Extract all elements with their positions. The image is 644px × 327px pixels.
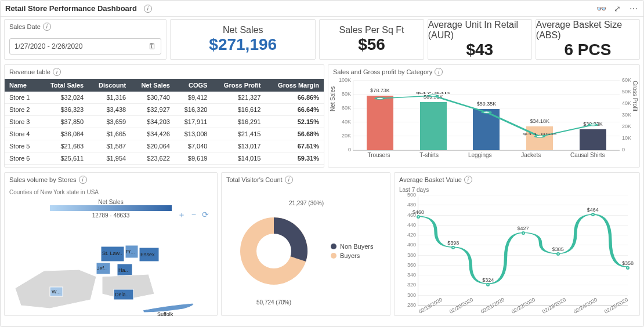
kpi-title: Net Sales — [223, 25, 263, 35]
line-point[interactable] — [451, 246, 455, 249]
line-point[interactable] — [626, 266, 629, 270]
kpi-title: Average Unit In Retail (AUR) — [428, 20, 531, 41]
table-row[interactable]: Store 4$36,084$1,665$34,426$13,008$21,41… — [5, 128, 324, 140]
info-icon[interactable]: i — [435, 68, 443, 76]
abv-subtitle: Last 7 days — [395, 187, 639, 193]
bar-jackets[interactable]: $34.18K — [526, 126, 553, 150]
table-row[interactable]: Store 6$25,611$1,954$23,622$9,619$14,015… — [5, 152, 324, 165]
dashboard-window: Retail Store Performance Dashboard i 👓 ⤢… — [0, 0, 644, 327]
line-point[interactable] — [522, 231, 525, 235]
svg-text:Fr...: Fr... — [126, 249, 135, 255]
svg-text:Suffolk: Suffolk — [157, 311, 173, 317]
sales-date-label: Sales Date — [9, 23, 41, 30]
svg-text:St. Law..: St. Law.. — [102, 250, 122, 256]
glasses-icon[interactable]: 👓 — [596, 3, 606, 14]
info-icon[interactable]: i — [79, 176, 87, 184]
panel-title: Total Visitor's Count — [226, 176, 283, 183]
kpi-abs: Average Basket Size (ABS) 6 PCS — [536, 19, 640, 60]
table-row[interactable]: Store 1$32,024$1,316$30,740$9,412$21,327… — [5, 92, 324, 104]
abv-panel: Average Basket Value i Last 7 days 28030… — [394, 172, 640, 316]
line-point[interactable] — [591, 213, 595, 216]
reset-zoom-icon[interactable]: ⟳ — [202, 210, 209, 220]
svg-text:Ha..: Ha.. — [118, 267, 128, 273]
revenue-table: NameTotal SalesDiscountNet SalesCOGSGros… — [5, 79, 324, 165]
ny-map[interactable]: W... St. Law.. Fr... Essex Jef.. Ha.. De… — [9, 219, 207, 317]
line-point[interactable] — [486, 283, 490, 286]
revenue-table-panel: Revenue table i NameTotal SalesDiscountN… — [4, 64, 324, 168]
kpi-value: $271,196 — [209, 35, 277, 54]
panel-title: Sales and Gross profit by Category — [333, 68, 432, 75]
svg-text:Essex: Essex — [140, 252, 155, 257]
svg-text:W...: W... — [52, 289, 61, 295]
map-legend-title: Net Sales — [9, 199, 212, 205]
svg-text:Dela...: Dela... — [115, 292, 130, 297]
col-discount[interactable]: Discount — [88, 79, 131, 92]
info-icon[interactable]: i — [43, 23, 51, 31]
donut-chart[interactable]: 21,297 (30%) 50,724 (70%) Non Buyers Buy… — [222, 187, 390, 315]
table-row[interactable]: Store 2$36,323$3,438$32,927$16,320$16,61… — [5, 104, 324, 116]
date-range-value: 1/27/2020 - 2/26/2020 — [15, 42, 82, 50]
line-point[interactable] — [417, 215, 420, 219]
col-name[interactable]: Name — [5, 79, 39, 92]
kpi-net-sales: Net Sales $271,196 — [170, 19, 316, 60]
panel-title: Average Basket Value — [399, 176, 462, 183]
donut-label-non: 21,297 (30%) — [289, 200, 324, 206]
category-chart-panel: Sales and Gross profit by Category i Net… — [328, 64, 640, 168]
donut-label-buy: 50,724 (70%) — [256, 299, 291, 306]
donut-legend: Non Buyers Buyers — [331, 241, 373, 261]
sales-date-panel: Sales Date i 1/27/2020 - 2/26/2020 🗓 — [4, 19, 167, 60]
legend-non-buyers: Non Buyers — [340, 243, 373, 250]
titlebar: Retail Store Performance Dashboard i 👓 ⤢… — [1, 1, 643, 17]
panel-title: Revenue table — [9, 68, 50, 75]
kpi-aur: Average Unit In Retail (AUR) $43 — [428, 19, 532, 60]
abv-line-chart[interactable]: 280300320340360380400420440460480500$460… — [418, 197, 628, 306]
map-panel: Sales volume by Stores i Counties of New… — [4, 172, 218, 316]
expand-icon[interactable]: ⤢ — [612, 3, 623, 14]
kpi-title: Average Basket Size (ABS) — [536, 20, 639, 41]
visitors-panel: Total Visitor's Count i 21,297 (30%) 50,… — [221, 172, 390, 316]
info-icon[interactable]: i — [285, 176, 293, 184]
category-chart[interactable]: Net Sales Gross Profit 020K40K60K80K100K… — [328, 79, 639, 167]
col-net-sales[interactable]: Net Sales — [131, 79, 175, 92]
panel-title: Sales volume by Stores — [9, 176, 77, 183]
info-icon[interactable]: i — [53, 68, 61, 76]
legend-buyers: Buyers — [340, 252, 360, 259]
col-cogs[interactable]: COGS — [175, 79, 212, 92]
calendar-icon[interactable]: 🗓 — [148, 42, 156, 51]
y-axis-right-label: Gross Profit — [632, 81, 638, 111]
gradient-bar — [50, 205, 172, 211]
zoom-in-icon[interactable]: ＋ — [178, 210, 186, 220]
svg-text:Jef..: Jef.. — [97, 266, 107, 271]
col-gross-profit[interactable]: Gross Profit — [212, 79, 265, 92]
line-point[interactable] — [556, 252, 560, 256]
kpi-title: Sales Per Sq Ft — [339, 25, 404, 35]
kpi-value: $43 — [466, 41, 493, 59]
bar-leggings[interactable]: $59.35K — [473, 109, 500, 150]
table-row[interactable]: Store 5$21,683$1,587$20,064$7,040$13,017… — [5, 140, 324, 152]
zoom-out-icon[interactable]: − — [191, 210, 196, 220]
col-total-sales[interactable]: Total Sales — [39, 79, 89, 92]
bar-causal shirts[interactable]: $30.33K — [580, 129, 606, 150]
more-icon[interactable]: ⋯ — [628, 3, 639, 14]
bar-t-shirts[interactable]: $69.51K — [420, 102, 447, 150]
svg-point-23 — [256, 234, 291, 268]
info-icon[interactable]: i — [144, 5, 152, 13]
col-gross-margin[interactable]: Gross Margin — [265, 79, 324, 92]
kpi-value: 6 PCS — [564, 41, 611, 59]
table-row[interactable]: Store 3$37,850$3,659$34,203$17,911$16,29… — [5, 116, 324, 128]
bar-trousers[interactable]: $78.73K — [367, 96, 393, 150]
date-range-input[interactable]: 1/27/2020 - 2/26/2020 🗓 — [9, 38, 161, 54]
info-icon[interactable]: i — [464, 176, 472, 184]
page-title: Retail Store Performance Dashboard — [5, 4, 137, 13]
map-chart[interactable]: Counties of New York state in USA Net Sa… — [5, 187, 217, 321]
kpi-per-sqft: Sales Per Sq Ft $56 — [319, 19, 424, 60]
kpi-value: $56 — [358, 35, 385, 54]
map-subtitle: Counties of New York state in USA — [9, 189, 212, 195]
